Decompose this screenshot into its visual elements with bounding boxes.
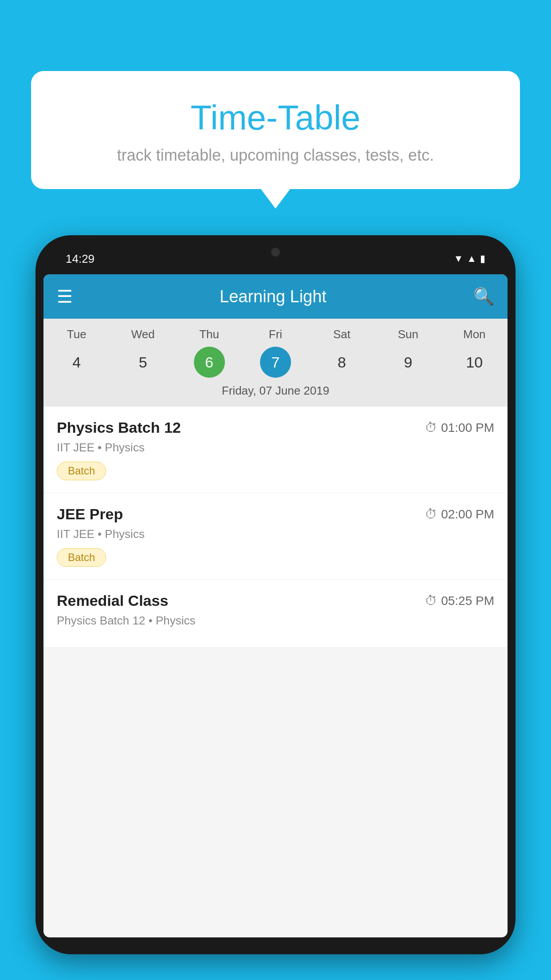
day-6-today[interactable]: 6	[194, 347, 225, 378]
item-2-title: JEE Prep	[57, 506, 123, 523]
day-7-selected[interactable]: 7	[260, 347, 291, 378]
battery-icon: ▮	[480, 253, 485, 265]
camera	[271, 248, 280, 257]
day-name-thu: Thu	[176, 328, 242, 341]
app-title: Learning Light	[220, 287, 327, 306]
wifi-icon: ▼	[453, 253, 463, 265]
clock-icon-2: ⏱	[425, 507, 437, 522]
day-9[interactable]: 9	[375, 347, 441, 378]
bubble-subtitle: track timetable, upcoming classes, tests…	[53, 146, 498, 165]
item-1-time: ⏱ 01:00 PM	[425, 420, 494, 435]
item-3-time: ⏱ 05:25 PM	[425, 593, 494, 608]
day-numbers-row: 4 5 6 7 8 9 10	[43, 347, 508, 378]
item-2-header: JEE Prep ⏱ 02:00 PM	[57, 506, 494, 523]
status-icons: ▼ ▲ ▮	[453, 253, 485, 265]
item-1-header: Physics Batch 12 ⏱ 01:00 PM	[57, 419, 494, 436]
phone-notch	[249, 243, 302, 261]
item-3-header: Remedial Class ⏱ 05:25 PM	[57, 592, 494, 609]
phone-screen: ☰ Learning Light 🔍 Tue Wed Thu Fri Sat S…	[43, 274, 508, 937]
phone-container: 14:29 ▼ ▲ ▮ ☰ Learning Light 🔍 Tue	[35, 235, 516, 980]
day-8[interactable]: 8	[309, 347, 375, 378]
item-2-time: ⏱ 02:00 PM	[425, 507, 494, 522]
day-name-wed: Wed	[110, 328, 176, 341]
clock-icon-3: ⏱	[425, 593, 437, 608]
schedule-item-2[interactable]: JEE Prep ⏱ 02:00 PM IIT JEE • Physics Ba…	[43, 493, 508, 580]
phone-top-bar: 14:29 ▼ ▲ ▮	[43, 243, 508, 274]
status-time: 14:29	[66, 252, 94, 266]
schedule-item-3[interactable]: Remedial Class ⏱ 05:25 PM Physics Batch …	[43, 580, 508, 648]
item-2-subtitle: IIT JEE • Physics	[57, 527, 494, 541]
day-5[interactable]: 5	[110, 347, 176, 378]
speech-bubble-container: Time-Table track timetable, upcoming cla…	[31, 71, 520, 189]
search-icon[interactable]: 🔍	[473, 287, 494, 306]
item-1-badge: Batch	[57, 462, 106, 480]
day-4[interactable]: 4	[43, 347, 110, 378]
item-1-subtitle: IIT JEE • Physics	[57, 441, 494, 454]
day-names-row: Tue Wed Thu Fri Sat Sun Mon	[43, 328, 508, 341]
phone-mockup: 14:29 ▼ ▲ ▮ ☰ Learning Light 🔍 Tue	[35, 235, 516, 954]
day-name-sat: Sat	[309, 328, 375, 341]
speech-bubble: Time-Table track timetable, upcoming cla…	[31, 71, 520, 189]
clock-icon-1: ⏱	[425, 420, 437, 435]
day-name-tue: Tue	[43, 328, 110, 341]
day-name-fri: Fri	[242, 328, 308, 341]
signal-icon: ▲	[467, 253, 476, 265]
day-name-sun: Sun	[375, 328, 441, 341]
date-label: Friday, 07 June 2019	[43, 384, 508, 402]
item-3-subtitle: Physics Batch 12 • Physics	[57, 614, 494, 628]
schedule-list: Physics Batch 12 ⏱ 01:00 PM IIT JEE • Ph…	[43, 407, 508, 648]
item-3-title: Remedial Class	[57, 592, 168, 609]
hamburger-icon[interactable]: ☰	[57, 288, 73, 305]
calendar-strip: Tue Wed Thu Fri Sat Sun Mon 4 5 6 7 8 9 …	[43, 319, 508, 407]
day-name-mon: Mon	[441, 328, 508, 341]
app-bar: ☰ Learning Light 🔍	[43, 274, 508, 319]
day-10[interactable]: 10	[441, 347, 508, 378]
schedule-item-1[interactable]: Physics Batch 12 ⏱ 01:00 PM IIT JEE • Ph…	[43, 407, 508, 493]
item-2-badge: Batch	[57, 548, 106, 567]
item-1-title: Physics Batch 12	[57, 419, 181, 436]
bubble-title: Time-Table	[53, 98, 498, 138]
